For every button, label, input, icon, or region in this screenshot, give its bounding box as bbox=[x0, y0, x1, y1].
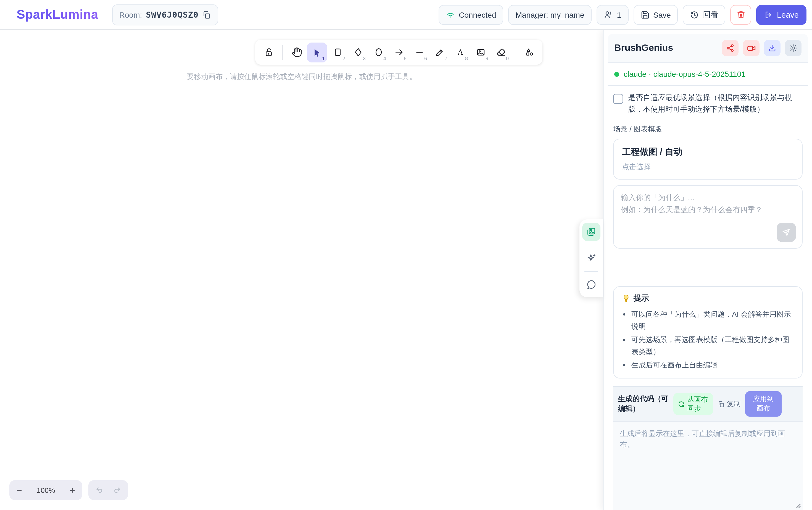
sync-button-label: 从画布同步 bbox=[687, 395, 709, 413]
adaptive-scene-label: 是否自适应最优场景选择（根据内容识别场景与模版，不使用时可手动选择下方场景/模版… bbox=[628, 92, 803, 115]
sync-from-canvas-button[interactable]: 从画布同步 bbox=[673, 393, 713, 415]
send-button[interactable] bbox=[777, 223, 796, 242]
leave-label: Leave bbox=[777, 10, 799, 19]
diamond-tool[interactable]: 3 bbox=[348, 42, 368, 62]
save-icon bbox=[640, 10, 649, 19]
svg-text:A: A bbox=[457, 48, 463, 56]
eraser-tool[interactable]: 0 bbox=[491, 42, 511, 62]
scene-selector[interactable]: 工程做图 / 自动 点击选择 bbox=[613, 139, 803, 179]
room-label: Room: bbox=[119, 10, 142, 19]
replay-button[interactable]: 回看 bbox=[683, 5, 726, 25]
generated-code-editor[interactable]: 生成后将显示在这里，可直接编辑后复制或应用到画布。 bbox=[613, 422, 803, 510]
zoom-level[interactable]: 100% bbox=[37, 486, 55, 494]
gallery-icon bbox=[586, 227, 597, 237]
text-tool[interactable]: A 8 bbox=[450, 42, 470, 62]
lock-icon bbox=[263, 47, 274, 57]
save-label: Save bbox=[653, 10, 671, 19]
clear-canvas-button[interactable] bbox=[730, 5, 752, 25]
text-icon: A bbox=[455, 47, 465, 57]
draw-icon bbox=[435, 47, 445, 57]
lock-tool[interactable] bbox=[259, 42, 279, 62]
ellipse-tool[interactable]: 4 bbox=[369, 42, 388, 62]
ellipse-icon bbox=[373, 47, 384, 57]
leave-button[interactable]: Leave bbox=[756, 5, 807, 25]
selection-icon bbox=[312, 47, 322, 57]
arrow-icon bbox=[394, 47, 404, 57]
generated-code-label: 生成的代码（可编辑） bbox=[618, 394, 669, 414]
tip-item: 可先选场景，再选图表模版（工程做图支持多种图表类型） bbox=[631, 334, 794, 358]
drawing-canvas[interactable]: 要移动画布，请按住鼠标滚轮或空格键同时拖拽鼠标，或使用抓手工具。 bbox=[0, 30, 603, 510]
arrow-tool[interactable]: 5 bbox=[389, 42, 409, 62]
copy-button-label: 复制 bbox=[727, 399, 741, 408]
model-status: claude · claude-opus-4-5-20251101 bbox=[624, 69, 746, 79]
zoom-in-button[interactable]: + bbox=[69, 485, 75, 495]
apply-button-label: 应用到画布 bbox=[753, 395, 774, 413]
chat-icon bbox=[586, 280, 597, 290]
gallery-mode-button[interactable] bbox=[582, 223, 601, 241]
download-button[interactable] bbox=[764, 40, 781, 56]
lightbulb-icon bbox=[622, 294, 630, 303]
zoom-pill: − 100% + bbox=[9, 480, 82, 500]
scene-selected-value: 工程做图 / 自动 bbox=[622, 146, 794, 158]
resize-handle[interactable] bbox=[794, 502, 801, 508]
copy-code-button[interactable]: 复制 bbox=[718, 399, 741, 408]
copy-room-code-icon[interactable] bbox=[202, 10, 211, 19]
settings-button[interactable] bbox=[785, 40, 802, 56]
adaptive-scene-checkbox[interactable] bbox=[613, 94, 623, 104]
share-button[interactable] bbox=[722, 40, 738, 56]
user-count-badge: 1 bbox=[597, 5, 629, 25]
room-code: SWV6J0QSZ0 bbox=[146, 10, 199, 20]
tips-header: 提示 bbox=[622, 293, 794, 303]
redo-icon[interactable] bbox=[113, 486, 121, 494]
copy-icon bbox=[718, 400, 725, 407]
room-code-pill: Room: SWV6J0QSZ0 bbox=[112, 4, 219, 25]
draw-tool[interactable]: 7 bbox=[430, 42, 450, 62]
app-logo: SparkLumina bbox=[17, 7, 98, 22]
prompt-input[interactable]: 输入你的「为什么」... 例如：为什么天是蓝的？为什么会有四季？ bbox=[613, 185, 803, 249]
tips-card: 提示 可以问各种「为什么」类问题，AI 会解答并用图示说明 可先选场景，再选图表… bbox=[613, 286, 803, 379]
connection-status-label: Connected bbox=[459, 10, 496, 19]
rectangle-tool[interactable]: 2 bbox=[327, 42, 347, 62]
toolbar-divider bbox=[282, 45, 283, 59]
record-button[interactable] bbox=[743, 40, 759, 56]
hand-tool[interactable] bbox=[287, 42, 307, 62]
undo-icon[interactable] bbox=[95, 486, 104, 494]
user-count: 1 bbox=[617, 10, 621, 19]
history-icon bbox=[690, 10, 699, 19]
scene-section-label: 场景 / 图表模版 bbox=[613, 124, 803, 134]
replay-label: 回看 bbox=[703, 10, 718, 20]
shapes-icon bbox=[524, 47, 534, 57]
panel-title: BrushGenius bbox=[614, 42, 673, 54]
generated-code-header: 生成的代码（可编辑） 从画布同步 复制 应用到画布 bbox=[613, 387, 803, 422]
drawing-toolbar: 1 2 3 4 5 bbox=[255, 40, 543, 65]
tips-list: 可以问各种「为什么」类问题，AI 会解答并用图示说明 可先选场景，再选图表模版（… bbox=[622, 308, 794, 372]
toolbar-divider bbox=[515, 45, 515, 59]
manager-label: Manager: my_name bbox=[516, 10, 584, 19]
side-mode-toolbar bbox=[579, 219, 603, 297]
side-toolbar-divider bbox=[584, 245, 598, 245]
side-toolbar-divider bbox=[584, 271, 598, 272]
adaptive-scene-option: 是否自适应最优场景选择（根据内容识别场景与模版，不使用时可手动选择下方场景/模版… bbox=[613, 92, 803, 115]
tip-item: 可以问各种「为什么」类问题，AI 会解答并用图示说明 bbox=[631, 308, 794, 333]
diamond-icon bbox=[353, 47, 363, 57]
panel-body: 是否自适应最优场景选择（根据内容识别场景与模版，不使用时可手动选择下方场景/模版… bbox=[608, 86, 808, 510]
line-tool[interactable]: 6 bbox=[409, 42, 429, 62]
apply-to-canvas-button[interactable]: 应用到画布 bbox=[745, 392, 782, 417]
history-controls bbox=[88, 480, 128, 500]
chat-mode-button[interactable] bbox=[582, 276, 601, 294]
top-bar: SparkLumina Room: SWV6J0QSZ0 Connected M… bbox=[0, 0, 812, 30]
send-icon bbox=[782, 228, 791, 237]
scene-hint: 点击选择 bbox=[622, 162, 794, 172]
save-button[interactable]: Save bbox=[633, 5, 678, 25]
download-icon bbox=[768, 44, 777, 53]
image-icon bbox=[475, 47, 486, 57]
manager-badge: Manager: my_name bbox=[509, 5, 591, 25]
ai-mode-button[interactable] bbox=[582, 249, 601, 267]
tip-item: 生成后可在画布上自由编辑 bbox=[631, 359, 794, 371]
zoom-out-button[interactable]: − bbox=[17, 485, 22, 495]
more-shapes-tool[interactable] bbox=[519, 42, 539, 62]
selection-tool[interactable]: 1 bbox=[307, 42, 327, 62]
status-dot bbox=[614, 72, 619, 77]
refresh-icon bbox=[678, 400, 685, 407]
image-tool[interactable]: 9 bbox=[471, 42, 491, 62]
